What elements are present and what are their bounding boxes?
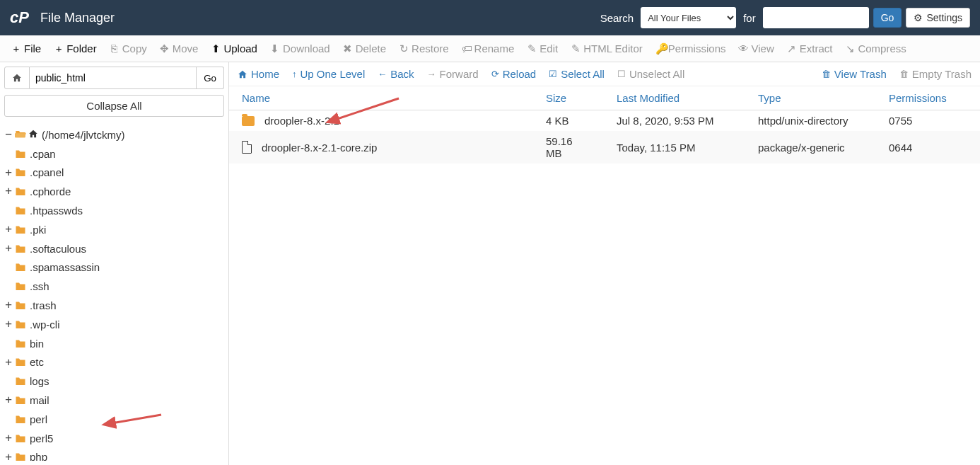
search-scope-select[interactable]: All Your Files (641, 7, 736, 28)
cpanel-logo-icon: cP (10, 8, 29, 27)
tree-item-htpasswds[interactable]: +.htpasswds (4, 201, 224, 220)
expand-toggle-icon[interactable]: + (4, 391, 13, 409)
tool-download-label: Download (283, 42, 330, 54)
file-size: 59.16 MB (533, 131, 604, 163)
tree-item-trash[interactable]: +.trash (4, 296, 224, 315)
collapse-all-button[interactable]: Collapse All (4, 95, 224, 117)
folder-icon (15, 430, 26, 447)
tree-item-label: .htpasswds (30, 202, 83, 219)
tree-item-label: php (30, 449, 47, 461)
tree-root[interactable]: − (/home4/jlvtckmy) (4, 125, 224, 144)
folder-icon (15, 335, 26, 352)
tool-folder[interactable]: +Folder (48, 40, 103, 57)
folder-icon (15, 316, 26, 333)
nav-home[interactable]: Home (238, 68, 279, 80)
left-arrow-icon: ← (378, 69, 387, 79)
folder-icon (15, 411, 26, 427)
spacer: + (4, 202, 13, 219)
expand-toggle-icon[interactable]: + (4, 164, 13, 182)
expand-toggle-icon[interactable]: + (4, 183, 13, 200)
tree-item-softaculous[interactable]: +.softaculous (4, 239, 224, 258)
nav-select-all[interactable]: ☑Select All (549, 68, 605, 80)
tool-file[interactable]: +File (6, 40, 47, 57)
tool-edit: ✎Edit (521, 40, 564, 58)
folder-icon (242, 116, 255, 126)
tree-item-php[interactable]: +php (4, 448, 224, 461)
tree-item-perl5[interactable]: +perl5 (4, 429, 224, 448)
path-input[interactable] (30, 67, 197, 89)
col-name[interactable]: Name (229, 86, 533, 110)
expand-toggle-icon[interactable]: + (4, 430, 13, 447)
nav-unselect-all: ☐Unselect All (617, 68, 684, 80)
settings-button[interactable]: ⚙ Settings (906, 8, 970, 28)
search-go-button[interactable]: Go (873, 8, 902, 28)
tool-upload[interactable]: ⬆Upload (205, 40, 263, 58)
permissions-icon: 🔑 (655, 42, 665, 55)
tool-download: ⬇Download (264, 40, 336, 58)
tool-move-label: Move (173, 42, 199, 54)
expand-toggle-icon[interactable]: + (4, 449, 13, 461)
content-panel: Home ↑Up One Level ←Back →Forward ⟳Reloa… (229, 62, 980, 465)
col-size[interactable]: Size (533, 86, 604, 110)
tree-root-label: (/home4/jlvtckmy) (42, 127, 125, 143)
settings-button-label: Settings (926, 12, 962, 23)
nav-reload[interactable]: ⟳Reload (491, 68, 537, 80)
file-modified: Today, 11:15 PM (604, 131, 745, 163)
tree-item-etc[interactable]: +etc (4, 353, 224, 372)
rename-icon: 🏷 (462, 42, 472, 54)
expand-toggle-icon[interactable]: + (4, 240, 13, 258)
tree-item-label: .trash (30, 297, 57, 314)
tool-restore: ↻Restore (393, 40, 455, 58)
tree-item-ssh[interactable]: +.ssh (4, 277, 224, 296)
tree-item-cpanel[interactable]: +.cpanel (4, 163, 224, 183)
tree-item-label: perl5 (30, 430, 53, 447)
collapse-toggle-icon[interactable]: − (4, 126, 13, 144)
expand-toggle-icon[interactable]: + (4, 221, 13, 239)
tool-permissions-label: Permissions (668, 42, 726, 54)
folder-icon: + (54, 42, 64, 54)
tool-delete: ✖Delete (337, 40, 392, 58)
tool-rename-label: Rename (474, 42, 515, 54)
right-arrow-icon: → (427, 69, 436, 79)
tree-item-mail[interactable]: +mail (4, 391, 224, 410)
nav-back[interactable]: ←Back (378, 68, 414, 80)
spacer: + (4, 372, 13, 390)
table-row[interactable]: droopler-8.x-2.1-core.zip59.16 MBToday, … (229, 131, 980, 163)
tree-item-pki[interactable]: +.pki (4, 220, 224, 239)
tree-item-cpan[interactable]: +.cpan (4, 144, 224, 163)
expand-toggle-icon[interactable]: + (4, 297, 13, 314)
folder-icon (15, 297, 26, 314)
col-modified[interactable]: Last Modified (604, 86, 745, 110)
file-size: 4 KB (533, 110, 604, 132)
tree-item-spamassassin[interactable]: +.spamassassin (4, 258, 224, 277)
tree-item-wp-cli[interactable]: +.wp-cli (4, 315, 224, 334)
expand-toggle-icon[interactable]: + (4, 354, 13, 372)
tool-permissions: 🔑Permissions (650, 40, 732, 58)
nav-view-trash[interactable]: 🗑View Trash (822, 68, 887, 80)
tree-item-bin[interactable]: +bin (4, 334, 224, 353)
file-permissions: 0644 (876, 131, 980, 163)
folder-icon (15, 202, 26, 219)
tool-view-label: View (751, 42, 774, 54)
path-go-button[interactable]: Go (197, 67, 224, 89)
table-row[interactable]: droopler-8.x-2.14 KBJul 8, 2020, 9:53 PM… (229, 110, 980, 132)
search-label: Search (600, 12, 634, 24)
tree-item-logs[interactable]: +logs (4, 372, 224, 391)
upload-icon: ⬆ (211, 42, 221, 55)
col-type[interactable]: Type (745, 86, 876, 110)
tree-item-label: .ssh (30, 278, 49, 294)
file-name: droopler-8.x-2.1-core.zip (262, 142, 377, 154)
tree-item-label: .wp-cli (30, 316, 60, 333)
gear-icon: ⚙ (914, 12, 923, 23)
search-input[interactable] (763, 7, 869, 28)
nav-up-one-level[interactable]: ↑Up One Level (292, 68, 365, 80)
home-folder-button[interactable] (4, 67, 30, 89)
tree-item-cphorde[interactable]: +.cphorde (4, 182, 224, 201)
tree-item-perl[interactable]: +perl (4, 410, 224, 429)
folder-icon (15, 222, 26, 238)
expand-toggle-icon[interactable]: + (4, 316, 13, 333)
file-name: droopler-8.x-2.1 (264, 115, 339, 127)
for-label: for (743, 12, 756, 24)
col-permissions[interactable]: Permissions (876, 86, 980, 110)
folder-icon (15, 373, 26, 389)
